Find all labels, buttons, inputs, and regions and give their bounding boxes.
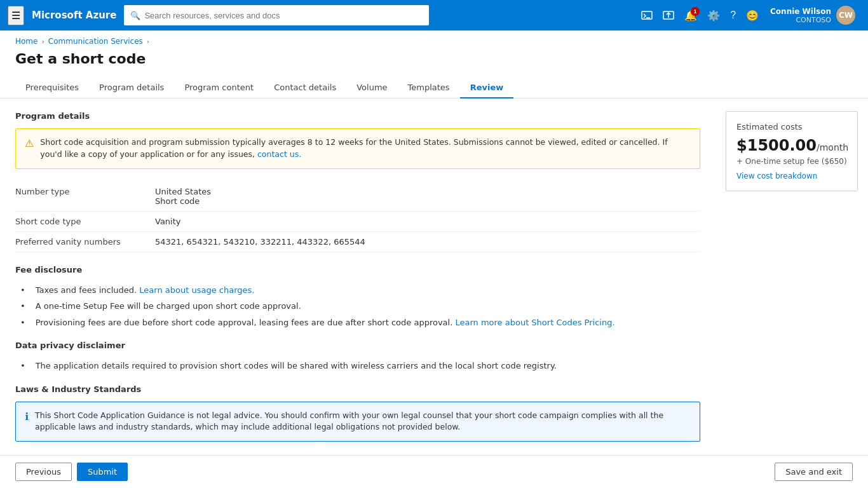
laws-info-alert: ℹ This Short Code Application Guidance i… <box>15 402 700 442</box>
notifications-button[interactable]: 🔔 1 <box>681 6 701 25</box>
view-cost-breakdown-link[interactable]: View cost breakdown <box>736 172 817 180</box>
breadcrumb-sep-2: › <box>147 37 149 46</box>
user-menu[interactable]: Connie Wilson CONTOSO CW <box>765 3 860 27</box>
warning-message: Short code acquisition and program submi… <box>40 137 667 159</box>
save-exit-button[interactable]: Save and exit <box>775 463 853 481</box>
fee-disclosure-list: Taxes and fees included. Learn about usa… <box>15 282 700 331</box>
help-button[interactable]: ? <box>726 6 740 25</box>
usage-charges-link[interactable]: Learn about usage charges. <box>139 285 254 295</box>
fee-disclosure-section: Fee disclosure Taxes and fees included. … <box>15 265 700 331</box>
cost-setup-fee: + One-time setup fee ($650) <box>736 157 847 166</box>
privacy-item-text: The application details required to prov… <box>36 360 557 372</box>
short-codes-pricing-link[interactable]: Learn more about Short Codes Pricing. <box>455 318 614 327</box>
azure-logo: Microsoft Azure <box>32 10 116 21</box>
number-type-row: Number type United StatesShort code <box>15 182 700 212</box>
cost-period: /month <box>817 142 848 152</box>
breadcrumb: Home › Communication Services › <box>0 30 868 48</box>
feedback-button[interactable]: 😊 <box>742 6 763 25</box>
user-org: CONTOSO <box>770 16 831 24</box>
tab-review[interactable]: Review <box>460 78 514 98</box>
fee-item-3-text: Provisioning fees are due before short c… <box>36 316 615 329</box>
search-icon: 🔍 <box>130 11 140 20</box>
short-code-type-value: Vanity <box>155 217 181 226</box>
info-icon: ℹ <box>25 410 29 434</box>
tab-prerequisites[interactable]: Prerequisites <box>15 78 89 98</box>
tab-contact-details[interactable]: Contact details <box>264 78 346 98</box>
number-type-label: Number type <box>15 187 155 196</box>
nav-icons: 🔔 1 ⚙️ ? 😊 Connie Wilson CONTOSO CW <box>637 3 860 27</box>
breadcrumb-home[interactable]: Home <box>15 37 37 46</box>
laws-header: Laws & Industry Standards <box>15 384 700 394</box>
footer-left: Previous Submit <box>15 463 128 481</box>
user-name: Connie Wilson <box>770 7 831 16</box>
laws-section: Laws & Industry Standards ℹ This Short C… <box>15 384 700 442</box>
fee-item-3: Provisioning fees are due before short c… <box>20 315 700 331</box>
sidebar: Estimated costs $1500.00/month + One-tim… <box>715 98 868 455</box>
tab-templates[interactable]: Templates <box>398 78 460 98</box>
vanity-numbers-label: Preferred vanity numbers <box>15 237 155 247</box>
cost-amount-row: $1500.00/month <box>736 137 847 154</box>
fee-item-1-text: Taxes and fees included. Learn about usa… <box>36 284 255 297</box>
data-privacy-section: Data privacy disclaimer The application … <box>15 341 700 374</box>
tab-program-content[interactable]: Program content <box>174 78 264 98</box>
fee-item-1: Taxes and fees included. Learn about usa… <box>20 282 700 299</box>
main-content: Program details ⚠ Short code acquisition… <box>0 98 715 455</box>
number-type-value: United StatesShort code <box>155 187 211 206</box>
page-title: Get a short code <box>0 48 868 77</box>
vanity-numbers-value: 54321, 654321, 543210, 332211, 443322, 6… <box>155 237 365 247</box>
settings-button[interactable]: ⚙️ <box>703 6 724 25</box>
fee-item-2-text: A one-time Setup Fee will be charged upo… <box>36 300 301 313</box>
cost-amount: $1500.00 <box>736 137 817 154</box>
data-privacy-header: Data privacy disclaimer <box>15 341 700 350</box>
submit-button[interactable]: Submit <box>77 463 128 481</box>
avatar: CW <box>836 6 855 25</box>
footer: Previous Submit Save and exit <box>0 455 868 488</box>
hamburger-menu-button[interactable]: ☰ <box>8 6 24 25</box>
upload-button[interactable] <box>659 6 678 25</box>
vanity-numbers-row: Preferred vanity numbers 54321, 654321, … <box>15 232 700 252</box>
short-code-type-row: Short code type Vanity <box>15 212 700 232</box>
notification-badge: 1 <box>691 7 700 16</box>
privacy-item-1: The application details required to prov… <box>20 358 700 374</box>
breadcrumb-parent[interactable]: Communication Services <box>48 37 143 46</box>
data-privacy-list: The application details required to prov… <box>15 358 700 374</box>
fee-item-2: A one-time Setup Fee will be charged upo… <box>20 298 700 315</box>
cost-title: Estimated costs <box>736 122 847 132</box>
tab-volume[interactable]: Volume <box>346 78 397 98</box>
contact-us-link[interactable]: contact us. <box>257 149 301 159</box>
program-details-header: Program details <box>15 111 700 121</box>
top-navigation: ☰ Microsoft Azure 🔍 🔔 1 ⚙️ ? 😊 Connie Wi… <box>0 0 868 30</box>
search-bar[interactable]: 🔍 <box>124 5 429 25</box>
fee-disclosure-header: Fee disclosure <box>15 265 700 274</box>
warning-text: Short code acquisition and program submi… <box>40 137 691 161</box>
search-input[interactable] <box>144 11 423 20</box>
footer-right: Save and exit <box>775 463 853 481</box>
previous-button[interactable]: Previous <box>15 463 72 481</box>
content-area: Program details ⚠ Short code acquisition… <box>0 98 868 455</box>
tab-bar: Prerequisites Program details Program co… <box>0 77 868 98</box>
short-code-type-label: Short code type <box>15 217 155 226</box>
estimated-costs-card: Estimated costs $1500.00/month + One-tim… <box>726 111 858 191</box>
warning-icon: ⚠ <box>25 137 34 161</box>
tab-program-details[interactable]: Program details <box>89 78 174 98</box>
breadcrumb-sep-1: › <box>41 37 44 46</box>
warning-alert: ⚠ Short code acquisition and program sub… <box>15 128 700 169</box>
laws-info-text: This Short Code Application Guidance is … <box>35 410 691 434</box>
cloud-shell-button[interactable] <box>637 6 656 25</box>
